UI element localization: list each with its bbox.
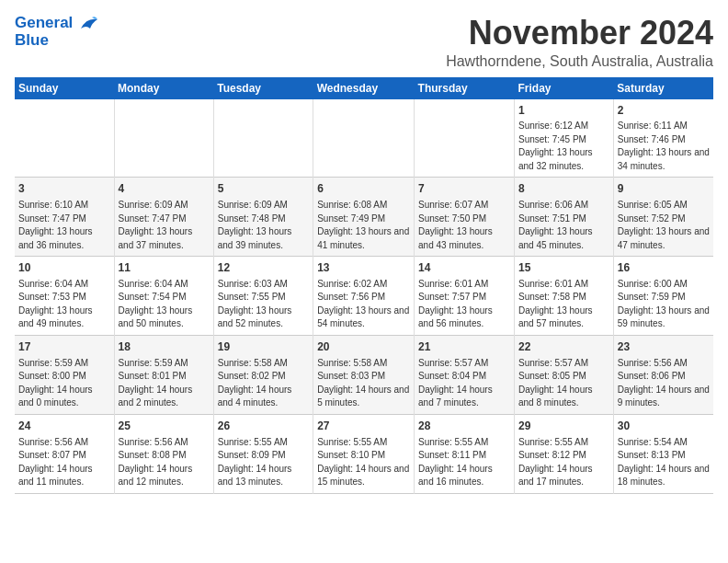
day-info: Sunrise: 6:01 AM Sunset: 7:58 PM Dayligh…: [518, 278, 609, 331]
day-info: Sunrise: 5:55 AM Sunset: 8:12 PM Dayligh…: [518, 436, 609, 489]
day-info: Sunrise: 6:04 AM Sunset: 7:53 PM Dayligh…: [18, 278, 110, 331]
day-number: 11: [119, 260, 210, 276]
calendar-cell: 12Sunrise: 6:03 AM Sunset: 7:55 PM Dayli…: [213, 257, 313, 336]
title-section: November 2024 Hawthorndene, South Austra…: [446, 15, 713, 70]
day-info: Sunrise: 5:58 AM Sunset: 8:02 PM Dayligh…: [218, 357, 309, 410]
month-title: November 2024: [446, 15, 713, 52]
calendar-cell: [114, 99, 213, 178]
day-info: Sunrise: 5:54 AM Sunset: 8:13 PM Dayligh…: [618, 436, 710, 489]
day-number: 26: [218, 419, 309, 434]
calendar-cell: [213, 99, 313, 178]
day-number: 25: [119, 419, 210, 434]
weekday-header-monday: Monday: [114, 77, 213, 99]
day-number: 28: [418, 419, 510, 434]
day-number: 17: [18, 339, 110, 355]
calendar-cell: 9Sunrise: 6:05 AM Sunset: 7:52 PM Daylig…: [613, 178, 713, 257]
calendar-cell: 2Sunrise: 6:11 AM Sunset: 7:46 PM Daylig…: [613, 99, 713, 178]
calendar-cell: 11Sunrise: 6:04 AM Sunset: 7:54 PM Dayli…: [114, 257, 213, 336]
day-number: 10: [18, 260, 110, 276]
day-number: 9: [618, 181, 710, 197]
day-number: 2: [618, 103, 710, 119]
day-info: Sunrise: 6:05 AM Sunset: 7:52 PM Dayligh…: [618, 199, 710, 252]
page-header: General Blue November 2024 Hawthorndene,…: [15, 15, 713, 70]
logo-line2: Blue: [15, 32, 99, 50]
calendar-cell: 5Sunrise: 6:09 AM Sunset: 7:48 PM Daylig…: [213, 178, 313, 257]
day-number: 7: [418, 181, 510, 197]
day-info: Sunrise: 6:12 AM Sunset: 7:45 PM Dayligh…: [518, 120, 609, 173]
day-info: Sunrise: 5:56 AM Sunset: 8:06 PM Dayligh…: [618, 357, 710, 410]
weekday-header-thursday: Thursday: [415, 77, 515, 99]
day-number: 4: [119, 181, 210, 197]
day-info: Sunrise: 6:04 AM Sunset: 7:54 PM Dayligh…: [119, 278, 210, 331]
day-number: 27: [317, 419, 410, 434]
weekday-header-tuesday: Tuesday: [213, 77, 313, 99]
day-info: Sunrise: 5:58 AM Sunset: 8:03 PM Dayligh…: [317, 357, 410, 410]
calendar-cell: 14Sunrise: 6:01 AM Sunset: 7:57 PM Dayli…: [415, 257, 515, 336]
calendar-cell: 22Sunrise: 5:57 AM Sunset: 8:05 PM Dayli…: [514, 335, 613, 414]
day-info: Sunrise: 5:59 AM Sunset: 8:01 PM Dayligh…: [119, 357, 210, 410]
calendar-table: SundayMondayTuesdayWednesdayThursdayFrid…: [15, 77, 713, 494]
calendar-cell: [15, 99, 114, 178]
day-number: 19: [218, 339, 309, 355]
day-number: 13: [317, 260, 410, 276]
day-number: 30: [618, 419, 710, 434]
logo-bird-icon: [79, 16, 99, 32]
location-subtitle: Hawthorndene, South Australia, Australia: [446, 53, 713, 70]
day-number: 6: [317, 181, 410, 197]
calendar-cell: 21Sunrise: 5:57 AM Sunset: 8:04 PM Dayli…: [415, 335, 515, 414]
day-info: Sunrise: 5:59 AM Sunset: 8:00 PM Dayligh…: [18, 357, 110, 410]
calendar-cell: 29Sunrise: 5:55 AM Sunset: 8:12 PM Dayli…: [514, 414, 613, 493]
day-info: Sunrise: 5:56 AM Sunset: 8:07 PM Dayligh…: [18, 436, 110, 489]
calendar-cell: 27Sunrise: 5:55 AM Sunset: 8:10 PM Dayli…: [313, 414, 415, 493]
calendar-cell: 20Sunrise: 5:58 AM Sunset: 8:03 PM Dayli…: [313, 335, 415, 414]
day-number: 5: [218, 181, 309, 197]
day-info: Sunrise: 6:09 AM Sunset: 7:48 PM Dayligh…: [218, 199, 309, 252]
day-number: 22: [518, 339, 609, 355]
calendar-cell: 7Sunrise: 6:07 AM Sunset: 7:50 PM Daylig…: [415, 178, 515, 257]
logo: General Blue: [15, 15, 99, 49]
calendar-cell: 8Sunrise: 6:06 AM Sunset: 7:51 PM Daylig…: [514, 178, 613, 257]
day-info: Sunrise: 6:02 AM Sunset: 7:56 PM Dayligh…: [317, 278, 410, 331]
calendar-week-row: 24Sunrise: 5:56 AM Sunset: 8:07 PM Dayli…: [15, 414, 713, 493]
weekday-header-wednesday: Wednesday: [313, 77, 415, 99]
calendar-week-row: 17Sunrise: 5:59 AM Sunset: 8:00 PM Dayli…: [15, 335, 713, 414]
day-info: Sunrise: 5:55 AM Sunset: 8:09 PM Dayligh…: [218, 436, 309, 489]
calendar-cell: 18Sunrise: 5:59 AM Sunset: 8:01 PM Dayli…: [114, 335, 213, 414]
day-number: 15: [518, 260, 609, 276]
day-number: 1: [518, 103, 609, 119]
weekday-header-saturday: Saturday: [613, 77, 713, 99]
calendar-cell: 26Sunrise: 5:55 AM Sunset: 8:09 PM Dayli…: [213, 414, 313, 493]
calendar-cell: 15Sunrise: 6:01 AM Sunset: 7:58 PM Dayli…: [514, 257, 613, 336]
day-info: Sunrise: 6:01 AM Sunset: 7:57 PM Dayligh…: [418, 278, 510, 331]
day-info: Sunrise: 5:56 AM Sunset: 8:08 PM Dayligh…: [119, 436, 210, 489]
day-info: Sunrise: 6:09 AM Sunset: 7:47 PM Dayligh…: [119, 199, 210, 252]
calendar-cell: 1Sunrise: 6:12 AM Sunset: 7:45 PM Daylig…: [514, 99, 613, 178]
day-info: Sunrise: 6:06 AM Sunset: 7:51 PM Dayligh…: [518, 199, 609, 252]
day-number: 29: [518, 419, 609, 434]
calendar-week-row: 10Sunrise: 6:04 AM Sunset: 7:53 PM Dayli…: [15, 257, 713, 336]
day-info: Sunrise: 6:00 AM Sunset: 7:59 PM Dayligh…: [618, 278, 710, 331]
calendar-cell: 28Sunrise: 5:55 AM Sunset: 8:11 PM Dayli…: [415, 414, 515, 493]
calendar-cell: 19Sunrise: 5:58 AM Sunset: 8:02 PM Dayli…: [213, 335, 313, 414]
calendar-cell: 13Sunrise: 6:02 AM Sunset: 7:56 PM Dayli…: [313, 257, 415, 336]
day-info: Sunrise: 6:11 AM Sunset: 7:46 PM Dayligh…: [618, 120, 710, 173]
day-info: Sunrise: 6:03 AM Sunset: 7:55 PM Dayligh…: [218, 278, 309, 331]
day-info: Sunrise: 5:55 AM Sunset: 8:11 PM Dayligh…: [418, 436, 510, 489]
calendar-cell: 4Sunrise: 6:09 AM Sunset: 7:47 PM Daylig…: [114, 178, 213, 257]
calendar-cell: 16Sunrise: 6:00 AM Sunset: 7:59 PM Dayli…: [613, 257, 713, 336]
calendar-cell: 24Sunrise: 5:56 AM Sunset: 8:07 PM Dayli…: [15, 414, 114, 493]
calendar-cell: 17Sunrise: 5:59 AM Sunset: 8:00 PM Dayli…: [15, 335, 114, 414]
calendar-week-row: 1Sunrise: 6:12 AM Sunset: 7:45 PM Daylig…: [15, 99, 713, 178]
weekday-header-friday: Friday: [514, 77, 613, 99]
calendar-week-row: 3Sunrise: 6:10 AM Sunset: 7:47 PM Daylig…: [15, 178, 713, 257]
weekday-header-row: SundayMondayTuesdayWednesdayThursdayFrid…: [15, 77, 713, 99]
day-info: Sunrise: 6:08 AM Sunset: 7:49 PM Dayligh…: [317, 199, 410, 252]
calendar-cell: [313, 99, 415, 178]
day-number: 24: [18, 419, 110, 434]
day-number: 14: [418, 260, 510, 276]
day-info: Sunrise: 6:07 AM Sunset: 7:50 PM Dayligh…: [418, 199, 510, 252]
day-number: 21: [418, 339, 510, 355]
calendar-cell: 25Sunrise: 5:56 AM Sunset: 8:08 PM Dayli…: [114, 414, 213, 493]
calendar-cell: 30Sunrise: 5:54 AM Sunset: 8:13 PM Dayli…: [613, 414, 713, 493]
calendar-cell: 10Sunrise: 6:04 AM Sunset: 7:53 PM Dayli…: [15, 257, 114, 336]
